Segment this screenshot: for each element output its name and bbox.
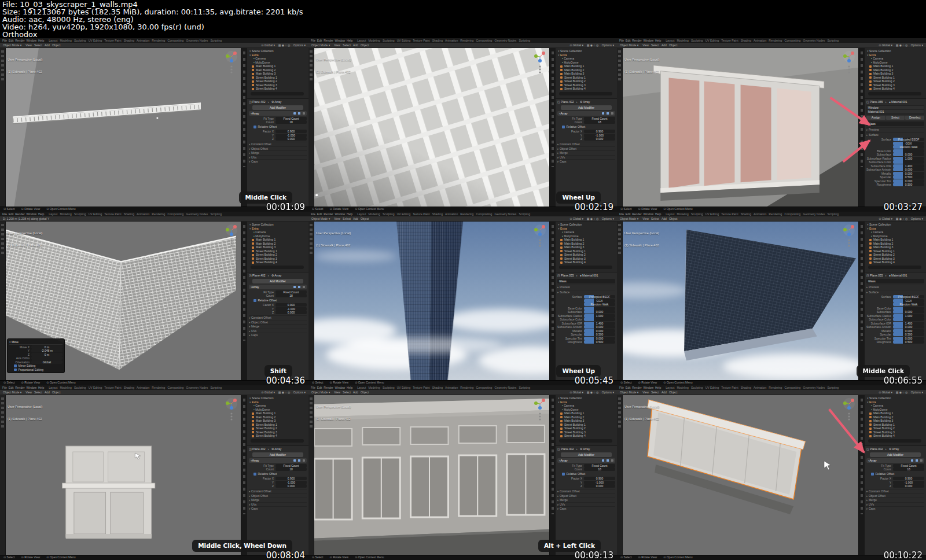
outliner-panel[interactable]: Scene Collection Extra CameraMultyDome M…: [556, 395, 617, 446]
outliner-panel[interactable]: Scene Collection Extra CameraMultyDome M…: [865, 395, 926, 446]
viewport-header-left[interactable]: Object Mode ▾ View Select Add Object: [620, 216, 677, 221]
collapsed-sections[interactable]: Constant OffsetObject OffsetMergeUVsCaps: [249, 142, 307, 164]
list-item[interactable]: Z0.000: [557, 137, 615, 141]
material-slot-buttons[interactable]: AssignSelectDeselect: [866, 116, 924, 120]
menu-bar[interactable]: File Edit Render Window Help: [311, 385, 352, 390]
list-item[interactable]: UVs: [249, 155, 307, 160]
viewport-3d[interactable]: User Perspective (Local) (1) Sidewalk | …: [308, 48, 549, 207]
toolbar-strip[interactable]: [617, 48, 623, 207]
viewport-header[interactable]: Object Mode ▾ View Select Add Object ⊙ G…: [617, 216, 926, 222]
viewport-header[interactable]: Object Mode ▾ View Select Add Object ⊙ G…: [0, 43, 308, 48]
list-item[interactable]: Constant Offset: [557, 489, 615, 493]
relative-offset-checkbox[interactable]: Relative Offset: [249, 299, 307, 303]
menu-bar[interactable]: File Edit Render Window Help: [619, 212, 661, 216]
list-item[interactable]: SurfacePrincipled BSDF: [866, 138, 924, 142]
viewport-header[interactable]: Object Mode ▾ View Select Add Object ⊙ G…: [0, 390, 308, 395]
surface-section[interactable]: Surface: [866, 132, 924, 137]
outliner-panel[interactable]: Scene Collection Extra CameraMultyDome M…: [247, 395, 308, 446]
properties-tab-strip[interactable]: [241, 395, 247, 555]
properties-tab-strip[interactable]: [858, 222, 865, 380]
viewport-3d[interactable]: User Perspective (Local) (1) Sidewalk | …: [617, 395, 858, 555]
workspace-tabs[interactable]: Layout Modeling Sculpting UV Editing Tex…: [357, 385, 530, 390]
modifier-fields[interactable]: Fit TypeFixed CountCount18: [249, 464, 307, 471]
list-item[interactable]: Caps: [249, 333, 307, 337]
list-item[interactable]: Merge: [557, 498, 615, 502]
workspace-tabs[interactable]: Layout Modeling Sculpting UV Editing Tex…: [49, 385, 222, 390]
list-item[interactable]: Roughness0.500: [557, 340, 615, 344]
blender-topbar[interactable]: File Edit Render Window Help Layout Mode…: [308, 38, 617, 43]
list-item[interactable]: UVs: [557, 155, 615, 160]
outliner-search-input[interactable]: [559, 266, 612, 269]
outliner-search-input[interactable]: [251, 439, 304, 443]
outliner-search-input[interactable]: [868, 439, 921, 443]
outliner-panel[interactable]: Scene Collection Extra CameraMultyDome M…: [865, 48, 926, 99]
collapsed-sections[interactable]: Constant OffsetObject OffsetMergeUVsCaps: [249, 489, 307, 511]
viewport-header-left[interactable]: Object Mode ▾ View Select Add Object: [3, 390, 60, 395]
list-item[interactable]: Z0.000: [249, 137, 307, 141]
menu-bar[interactable]: File Edit Render Window Help: [311, 38, 352, 43]
list-item[interactable]: Object Offset: [866, 493, 924, 498]
add-modifier-button[interactable]: Add Modifier: [252, 452, 303, 457]
thumbnail-cell-4[interactable]: File Edit Render Window Help Layout Mode…: [0, 212, 308, 385]
menu-bar[interactable]: File Edit Render Window Help: [2, 38, 44, 43]
toolbar-strip[interactable]: [0, 48, 6, 207]
workspace-tabs[interactable]: Layout Modeling Sculpting UV Editing Tex…: [666, 38, 839, 43]
workspace-tabs[interactable]: Layout Modeling Sculpting UV Editing Tex…: [357, 38, 530, 43]
viewport-header-left[interactable]: Object Mode ▾ View Select Add Object: [311, 390, 369, 395]
factor-fields[interactable]: Factor X0.900Y-1.000Z0.000: [249, 477, 307, 488]
list-item[interactable]: Caps: [866, 506, 924, 511]
viewport-3d[interactable]: User Perspective (Local) (1) Sidewalk | …: [0, 395, 241, 555]
blender-topbar[interactable]: File Edit Render Window Help Layout Mode…: [0, 38, 308, 43]
thumbnail-cell-6[interactable]: File Edit Render Window Help Layout Mode…: [617, 212, 926, 385]
list-item[interactable]: Count18: [866, 467, 924, 471]
menu-bar[interactable]: File Edit Render Window Help: [2, 212, 44, 216]
list-item[interactable]: Constant Offset: [249, 489, 307, 493]
list-item[interactable]: Count18: [249, 294, 307, 298]
list-item[interactable]: Constant Offset: [249, 315, 307, 320]
properties-tab-strip[interactable]: [241, 48, 247, 207]
workspace-tabs[interactable]: Layout Modeling Sculpting UV Editing Tex…: [357, 212, 530, 216]
navigation-gizmo-icon[interactable]: [225, 397, 238, 421]
modifier-fields[interactable]: Fit TypeFixed CountCount18: [866, 464, 924, 471]
preview-section[interactable]: Preview: [866, 285, 924, 289]
operator-panel[interactable]: Move Move X0 mY-2.048 mZ0 mAxis OrthoOri…: [7, 338, 65, 373]
relative-offset-checkbox[interactable]: Relative Offset: [557, 125, 615, 129]
list-item[interactable]: Constant Offset: [249, 142, 307, 146]
list-item[interactable]: Material.001: [867, 110, 924, 113]
modifier-header[interactable]: Array: [866, 458, 924, 463]
list-item[interactable]: Z0.000: [249, 484, 307, 488]
outliner-panel[interactable]: Scene Collection Extra CameraMultyDome M…: [556, 48, 617, 99]
toolbar-strip[interactable]: [308, 222, 314, 380]
viewport-3d[interactable]: User Perspective (Local) (1) Sidewalk | …: [0, 48, 241, 207]
modifier-fields[interactable]: Fit TypeFixed CountCount18: [249, 117, 307, 124]
modifier-fields[interactable]: Fit TypeFixed CountCount18: [249, 290, 307, 298]
properties-tab-strip[interactable]: [858, 48, 865, 207]
modifier-header[interactable]: Array: [249, 458, 307, 463]
navigation-gizmo-icon[interactable]: [533, 50, 547, 74]
properties-tab-strip[interactable]: [549, 395, 556, 555]
operator-panel-title[interactable]: Move: [9, 340, 63, 345]
list-item[interactable]: Count18: [249, 120, 307, 124]
material-fields[interactable]: SurfacePrincipled BSDFGGXRandom WalkBase…: [866, 295, 924, 344]
blender-topbar[interactable]: File Edit Render Window Help Layout Mode…: [0, 385, 308, 390]
list-item[interactable]: Z0.000: [866, 484, 924, 488]
workspace-tabs[interactable]: Layout Modeling Sculpting UV Editing Tex…: [49, 212, 222, 216]
viewport-3d[interactable]: User Perspective (Local) (1) Sidewalk | …: [0, 222, 241, 380]
list-item[interactable]: Object Offset: [249, 493, 307, 498]
navigation-gizmo-icon[interactable]: [842, 50, 856, 74]
add-modifier-button[interactable]: Add Modifier: [870, 452, 921, 457]
viewport-header-right[interactable]: ⊙ Global ▾ ▦ ◉ ○ ◎ Options ▾: [569, 390, 614, 395]
navigation-gizmo-icon[interactable]: [225, 50, 238, 74]
viewport-3d[interactable]: User Perspective (Local) (1) Sidewalk | …: [617, 48, 858, 207]
list-item[interactable]: UVs: [249, 502, 307, 507]
list-item[interactable]: Count18: [557, 467, 615, 471]
modifier-header[interactable]: Array: [557, 111, 615, 116]
viewport-header-left[interactable]: Object Mode ▾ View Select Add Object: [311, 43, 369, 47]
viewport-header-right[interactable]: ⊙ Global ▾ ▦ ◉ ○ ◎ Options ▾: [879, 216, 923, 221]
relative-offset-checkbox[interactable]: Relative Offset: [249, 472, 307, 476]
thumbnail-cell-9[interactable]: File Edit Render Window Help Layout Mode…: [617, 385, 926, 560]
outliner-search-input[interactable]: [559, 92, 612, 95]
menu-bar[interactable]: File Edit Render Window Help: [2, 385, 44, 390]
list-item[interactable]: UVs: [866, 502, 924, 507]
add-modifier-button[interactable]: Add Modifier: [561, 105, 612, 110]
